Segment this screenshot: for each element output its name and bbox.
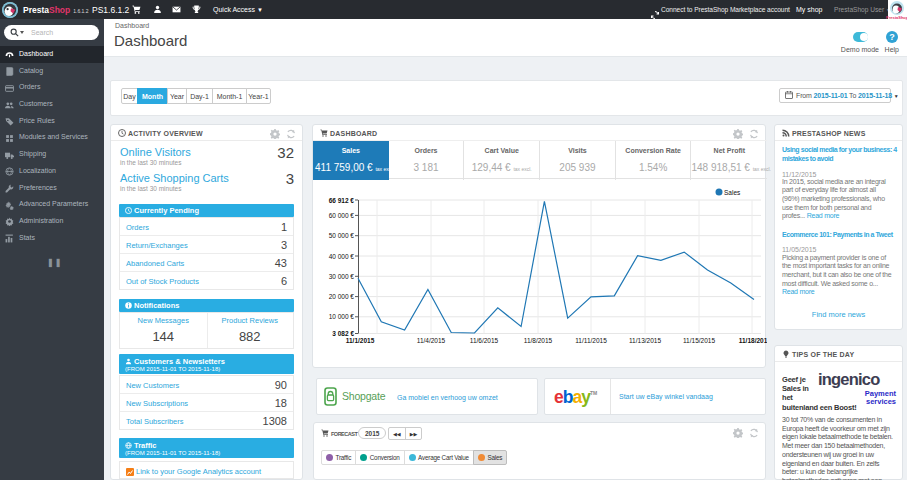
svg-text:20 000 €: 20 000 €	[329, 293, 355, 300]
svg-text:Sales: Sales	[724, 189, 741, 196]
svg-text:66 912 €: 66 912 €	[329, 197, 355, 204]
svg-text:11/18/201: 11/18/201	[739, 337, 767, 344]
svg-text:11/15/2015: 11/15/2015	[683, 337, 715, 344]
svg-text:11/6/2015: 11/6/2015	[470, 337, 499, 344]
svg-text:11/11/2015: 11/11/2015	[575, 337, 607, 344]
svg-text:10 000 €: 10 000 €	[329, 313, 355, 320]
svg-text:60 000 €: 60 000 €	[329, 212, 355, 219]
svg-text:11/13/2015: 11/13/2015	[629, 337, 661, 344]
svg-text:30 000 €: 30 000 €	[329, 273, 355, 280]
svg-text:11/4/2015: 11/4/2015	[417, 337, 446, 344]
svg-text:40 000 €: 40 000 €	[329, 253, 355, 260]
svg-text:50 000 €: 50 000 €	[329, 232, 355, 239]
svg-text:11/1/2015: 11/1/2015	[346, 337, 375, 344]
svg-text:3 082 €: 3 082 €	[332, 330, 354, 337]
svg-text:11/8/2015: 11/8/2015	[524, 337, 553, 344]
